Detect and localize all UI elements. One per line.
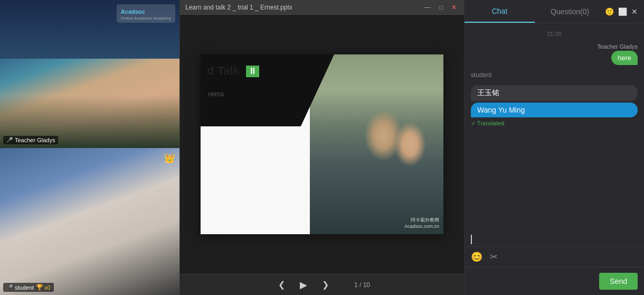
trophy-badge: 🏆x0 bbox=[36, 284, 51, 291]
next-slide-button[interactable]: ❯ bbox=[318, 278, 333, 292]
student-name-label: student bbox=[15, 284, 34, 291]
crown-icon: 👑 bbox=[164, 152, 175, 164]
teacher-name-badge: 🎤 Teacher Gladys bbox=[3, 136, 58, 144]
chat-header: Chat Question(0) 🙂 ⬜ ✕ bbox=[465, 0, 644, 23]
play-button[interactable]: ▶ bbox=[300, 279, 307, 291]
acadsoc-sub-text: Online Academic Academy bbox=[121, 16, 171, 21]
slide-photo-people bbox=[310, 54, 443, 234]
student-message-block: 王玉铭 Wang Yu Ming ✓ Translated bbox=[471, 85, 638, 128]
mic-icon: 🎤 bbox=[6, 137, 13, 143]
student-msg-chinese: 王玉铭 bbox=[471, 85, 638, 101]
slide-badge: II bbox=[246, 66, 259, 77]
middle-panel: Learn and talk 2 _ trial 1 _ Ernest.pptx… bbox=[179, 0, 465, 295]
presentation-area: d Talk II nema 阿卡索外教网 Acadsoc.com.cn bbox=[180, 15, 464, 274]
slide-counter: 1 / 10 bbox=[354, 281, 370, 289]
presentation-titlebar: Learn and talk 2 _ trial 1 _ Ernest.pptx… bbox=[180, 0, 464, 15]
teacher-name-label: Teacher Gladys bbox=[15, 137, 55, 143]
watermark-line1: 阿卡索外教网 bbox=[404, 217, 439, 224]
student-video: 👑 🎤 student 🏆x0 bbox=[0, 148, 179, 296]
slide-photo bbox=[310, 54, 443, 234]
presentation-title: Learn and talk 2 _ trial 1 _ Ernest.pptx bbox=[185, 4, 292, 11]
prev-slide-button[interactable]: ❮ bbox=[274, 278, 289, 292]
watermark-line2: Acadsoc.com.cn bbox=[404, 223, 439, 230]
slide-container: d Talk II nema 阿卡索外教网 Acadsoc.com.cn bbox=[201, 54, 443, 234]
smiley-icon[interactable]: 🙂 bbox=[605, 7, 614, 16]
student-msg-translated: Wang Yu Ming bbox=[471, 103, 638, 117]
teacher-message-bubble: here bbox=[611, 51, 638, 65]
teacher-face: Acadsoc Online Academic Academy bbox=[0, 0, 179, 148]
student-mic-icon: 🎤 bbox=[6, 284, 13, 290]
chat-bottom: Send bbox=[465, 267, 644, 295]
send-button[interactable]: Send bbox=[599, 273, 638, 290]
slide-bg: d Talk II nema 阿卡索外教网 Acadsoc.com.cn bbox=[201, 54, 443, 234]
chat-section-label: student bbox=[471, 69, 638, 81]
student-face bbox=[0, 148, 179, 296]
slide-title-part1: d Talk bbox=[207, 64, 240, 77]
right-panel: Chat Question(0) 🙂 ⬜ ✕ 21:00 Teacher Gla… bbox=[465, 0, 644, 295]
student-name-badge: 🎤 student 🏆x0 bbox=[3, 283, 54, 292]
expand-icon[interactable]: ⬜ bbox=[618, 7, 627, 16]
tab-chat[interactable]: Chat bbox=[465, 1, 535, 23]
emoji-button[interactable]: 😊 bbox=[471, 251, 482, 263]
slide-subtitle: nema bbox=[208, 90, 224, 98]
text-input-row[interactable] bbox=[465, 231, 644, 246]
titlebar-controls: — □ ✕ bbox=[422, 4, 459, 11]
trophy-count: x0 bbox=[44, 284, 51, 291]
teacher-video: Acadsoc Online Academic Academy 🎤 Teache… bbox=[0, 0, 179, 148]
acadsoc-logo-text: Acadsoc bbox=[121, 8, 145, 15]
chat-header-icons: 🙂 ⬜ ✕ bbox=[605, 7, 644, 16]
input-icons: 😊 ✂ bbox=[471, 251, 498, 263]
teacher-sender-name: Teacher Gladys bbox=[598, 43, 638, 50]
acadsoc-logo-area: Acadsoc Online Academic Academy bbox=[117, 4, 175, 23]
translated-badge: ✓ Translated bbox=[471, 119, 638, 128]
minimize-button[interactable]: — bbox=[422, 4, 433, 11]
message-timestamp: 21:00 bbox=[471, 31, 638, 37]
presentation-controls: ❮ ▶ ❯ 1 / 10 bbox=[180, 274, 464, 295]
slide-title: d Talk II bbox=[207, 64, 259, 78]
chat-close-icon[interactable]: ✕ bbox=[631, 7, 638, 16]
text-cursor bbox=[471, 235, 472, 244]
teacher-message-block: Teacher Gladys here bbox=[471, 43, 638, 65]
scissors-button[interactable]: ✂ bbox=[490, 251, 498, 263]
slide-watermark: 阿卡索外教网 Acadsoc.com.cn bbox=[404, 217, 439, 230]
maximize-button[interactable]: □ bbox=[437, 4, 445, 11]
chat-input-area: 😊 ✂ bbox=[465, 246, 644, 267]
close-button[interactable]: ✕ bbox=[449, 4, 459, 11]
chat-messages: 21:00 Teacher Gladys here student 王玉铭 Wa… bbox=[465, 23, 644, 231]
tab-question[interactable]: Question(0) bbox=[535, 1, 605, 22]
left-panel: Acadsoc Online Academic Academy 🎤 Teache… bbox=[0, 0, 179, 295]
